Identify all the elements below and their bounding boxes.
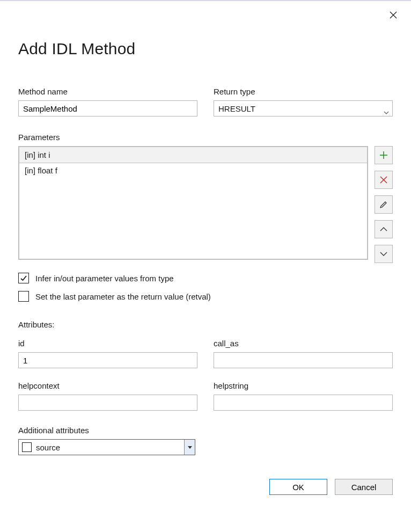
close-icon	[390, 11, 397, 19]
additional-attributes-label: Additional attributes	[18, 426, 89, 435]
additional-attr-checkbox[interactable]	[22, 442, 32, 452]
retval-checkbox[interactable]	[18, 291, 29, 302]
cancel-button[interactable]: Cancel	[335, 479, 393, 495]
attr-id-input[interactable]	[18, 352, 197, 368]
parameter-item[interactable]: [in] int i	[19, 147, 368, 163]
add-parameter-button[interactable]	[375, 146, 393, 164]
close-button[interactable]	[388, 11, 398, 20]
parameter-item[interactable]: [in] float f	[19, 163, 367, 179]
attr-callas-input[interactable]	[214, 352, 393, 368]
attributes-heading: Attributes:	[18, 320, 393, 329]
retval-checkbox-label: Set the last parameter as the return val…	[35, 292, 211, 301]
attr-helpcontext-input[interactable]	[18, 395, 197, 411]
move-down-button[interactable]	[375, 245, 393, 263]
attr-helpcontext-label: helpcontext	[18, 381, 197, 390]
additional-attributes-combobox[interactable]: source	[18, 439, 195, 455]
infer-checkbox-label: Infer in/out parameter values from type	[35, 274, 174, 283]
svg-marker-6	[188, 446, 192, 449]
x-icon	[379, 176, 388, 184]
check-icon	[20, 274, 27, 282]
add-idl-method-dialog: Add IDL Method Method name Return type H…	[0, 0, 411, 532]
attr-helpstring-input[interactable]	[214, 395, 393, 411]
additional-attr-dropdown-button[interactable]	[184, 440, 195, 455]
ok-button[interactable]: OK	[269, 479, 327, 495]
attr-helpstring-label: helpstring	[214, 381, 393, 390]
attr-callas-label: call_as	[214, 339, 393, 348]
chevron-up-icon	[379, 227, 388, 232]
dialog-title: Add IDL Method	[18, 40, 393, 58]
chevron-down-icon	[384, 107, 389, 110]
edit-parameter-button[interactable]	[375, 195, 393, 214]
additional-attr-value: source	[36, 440, 184, 455]
pencil-icon	[379, 200, 388, 209]
triangle-down-icon	[188, 446, 192, 449]
return-type-label: Return type	[214, 87, 393, 96]
parameters-list[interactable]: [in] int i [in] float f	[18, 146, 368, 260]
return-type-select[interactable]: HRESULT	[214, 100, 393, 116]
move-up-button[interactable]	[375, 220, 393, 238]
method-name-label: Method name	[18, 87, 197, 96]
plus-icon	[379, 150, 388, 160]
chevron-down-icon	[379, 251, 388, 257]
remove-parameter-button[interactable]	[375, 171, 393, 189]
parameters-label: Parameters	[18, 133, 60, 142]
attr-id-label: id	[18, 339, 197, 348]
return-type-value: HRESULT	[218, 104, 255, 113]
infer-checkbox[interactable]	[18, 273, 29, 283]
method-name-input[interactable]	[18, 100, 197, 116]
